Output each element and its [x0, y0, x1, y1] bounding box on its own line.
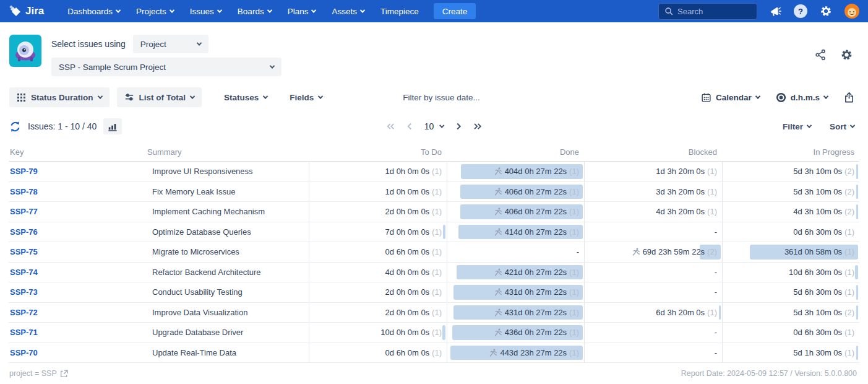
refresh-icon[interactable] [9, 121, 21, 133]
calendar-icon [701, 92, 711, 103]
duration-cell-blocked: 6d 3h 20m 0s(1) [584, 303, 722, 323]
duration-cell-blocked: 1d 3h 20m 0s(1) [584, 162, 722, 181]
sort-label: Sort [830, 122, 846, 131]
settings-gear-icon[interactable] [840, 48, 853, 61]
duration-value: 4d 3h 20m 0s [656, 207, 705, 216]
jira-logo[interactable]: Jira [9, 5, 44, 17]
jql-link[interactable]: project = SSP [9, 369, 68, 378]
duration-count: (1) [569, 348, 579, 357]
sort-menu[interactable]: Sort [830, 122, 854, 131]
issue-key-link[interactable]: SSP-74 [9, 263, 146, 282]
time-format-select[interactable]: d.h.m.s [776, 92, 828, 103]
duration-bar [856, 285, 858, 300]
report-type-button[interactable]: Status Duration [9, 87, 110, 107]
duration-value: - [715, 227, 717, 237]
duration-cell-done: 431d 0h 27m 22s(1) [447, 282, 584, 302]
statuses-menu[interactable]: Statuses [224, 93, 267, 102]
duration-value: 0d 6h 0m 0s [385, 247, 430, 256]
filter-label: Filter [783, 122, 803, 131]
nav-item-boards[interactable]: Boards [238, 7, 272, 16]
issue-key-link[interactable]: SSP-76 [9, 222, 146, 242]
issue-key-link[interactable]: SSP-75 [9, 242, 146, 262]
duration-count: (1) [844, 247, 854, 256]
duration-cell-done: 406d 0h 27m 22s(1) [447, 202, 584, 222]
nav-item-label: Plans [288, 7, 309, 16]
nav-item-assets[interactable]: Assets [332, 7, 364, 16]
issue-key-link[interactable]: SSP-72 [9, 303, 146, 323]
time-format-icon [776, 92, 786, 103]
pagination-row: Issues: 1 - 10 / 40 10 Filter Sort [0, 110, 868, 143]
report-footer: project = SSP Report Date: 2024-05-09 12… [0, 363, 868, 378]
table-row: SSP-79Improve UI Responsiveness1d 0h 0m … [9, 162, 859, 182]
nav-item-plans[interactable]: Plans [288, 7, 316, 16]
duration-count: (1) [844, 328, 854, 337]
fields-menu[interactable]: Fields [290, 93, 322, 102]
issue-date-filter-input[interactable] [403, 93, 514, 102]
runner-icon [494, 207, 502, 216]
duration-cell-todo: 4d 0h 0m 0s(1) [309, 263, 447, 282]
bar-chart-button[interactable] [103, 118, 122, 134]
next-page-button[interactable] [456, 123, 461, 130]
issue-key-link[interactable]: SSP-70 [9, 343, 146, 363]
duration-bar [856, 305, 858, 320]
create-button[interactable]: Create [434, 3, 476, 19]
duration-bar [719, 305, 721, 320]
nav-item-issues[interactable]: Issues [190, 7, 221, 16]
chevron-down-icon [97, 94, 102, 98]
issue-key-link[interactable]: SSP-79 [9, 162, 146, 181]
table-row: SSP-74Refactor Backend Architecture4d 0h… [9, 263, 859, 283]
nav-item-dashboards[interactable]: Dashboards [67, 7, 120, 16]
runner-icon [494, 328, 502, 336]
calendar-select[interactable]: Calendar [701, 92, 760, 103]
duration-value: - [715, 268, 717, 277]
column-header-summary: Summary [146, 147, 309, 157]
filter-menu[interactable]: Filter [783, 122, 811, 131]
issue-key-link[interactable]: SSP-71 [9, 323, 146, 343]
duration-count: (1) [707, 167, 717, 176]
duration-cell-inprogress: 5d 6h 30m 0s(1) [722, 282, 859, 302]
nav-item-projects[interactable]: Projects [136, 7, 174, 16]
gear-icon[interactable] [820, 5, 832, 17]
first-page-button[interactable] [387, 123, 395, 130]
announcement-icon[interactable] [770, 6, 781, 17]
view-type-label: List of Total [139, 93, 186, 102]
duration-value: 404d 0h 27m 22s [505, 167, 567, 176]
chevron-down-icon [263, 94, 268, 98]
nav-item-label: Assets [332, 7, 357, 16]
chevron-down-icon [311, 7, 316, 12]
issue-summary: Improve UI Responsiveness [146, 162, 309, 181]
duration-count: (1) [569, 167, 579, 176]
search-box[interactable] [658, 3, 757, 20]
page-size-select[interactable]: 10 [424, 121, 444, 131]
column-header-inprogress: In Progress [722, 147, 859, 157]
issue-key-link[interactable]: SSP-73 [9, 282, 146, 302]
chevron-down-icon [318, 94, 323, 98]
duration-cell-inprogress: 5d 3h 10m 0s(2) [722, 182, 859, 202]
prev-page-button[interactable] [407, 123, 412, 130]
share-icon[interactable] [815, 49, 827, 61]
last-page-button[interactable] [473, 123, 481, 130]
issue-key-link[interactable]: SSP-77 [9, 202, 146, 222]
duration-cell-blocked: - [584, 263, 722, 282]
export-icon[interactable] [844, 92, 854, 103]
calendar-label: Calendar [716, 93, 752, 102]
search-input[interactable] [677, 7, 746, 16]
help-icon[interactable]: ? [794, 4, 807, 18]
duration-cell-todo: 10d 0h 0m 0s(1) [309, 323, 447, 343]
duration-value: 406d 0h 27m 22s [505, 207, 567, 216]
duration-cell-inprogress: 10d 6h 30m 0s(1) [722, 263, 859, 282]
chevron-down-icon [217, 7, 222, 12]
user-avatar[interactable] [844, 4, 859, 19]
chevron-down-icon [807, 123, 812, 128]
view-type-button[interactable]: List of Total [117, 87, 202, 107]
duration-count: (2) [844, 207, 854, 216]
runner-icon [494, 308, 502, 316]
issue-summary: Refactor Backend Architecture [146, 263, 309, 282]
duration-value: 414d 0h 27m 22s [505, 227, 567, 237]
issue-key-link[interactable]: SSP-78 [9, 182, 146, 202]
nav-item-timepiece[interactable]: Timepiece [380, 7, 419, 16]
project-select[interactable]: SSP - Sample Scrum Project [51, 58, 281, 76]
duration-value: 4d 0h 0m 0s [385, 268, 430, 277]
issue-source-select[interactable]: Project [133, 35, 208, 53]
primary-nav: DashboardsProjectsIssuesBoardsPlansAsset… [67, 7, 418, 16]
